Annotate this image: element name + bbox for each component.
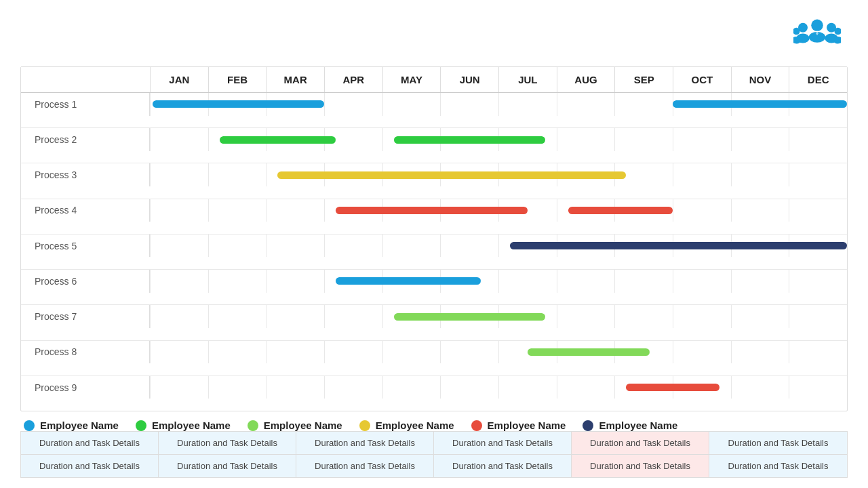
gantt-chart: JANFEBMARAPRMAYJUNJULAUGSEPOCTNOVDEC Pro… [20, 66, 848, 411]
process-label-6: Process 6 [21, 270, 150, 293]
legend-item-0: Employee Name [24, 420, 119, 431]
month-header-oct: OCT [673, 67, 731, 92]
gantt-row-content-4 [150, 199, 847, 222]
project-step-label [21, 67, 150, 92]
details-cell: Duration and Task Details [709, 455, 847, 477]
gantt-bar [394, 136, 545, 144]
details-cell: Duration and Task Details [296, 432, 434, 454]
month-header-apr: APR [324, 67, 382, 92]
details-cell: Duration and Task Details [572, 432, 709, 454]
month-header-jun: JUN [440, 67, 498, 92]
legend-dot-4 [471, 420, 482, 431]
details-section: Duration and Task DetailsDuration and Ta… [20, 431, 848, 478]
gantt-bar [394, 313, 545, 321]
gantt-row: Process 2 [21, 128, 847, 163]
gantt-row: Process 5 [21, 235, 847, 270]
page: JANFEBMARAPRMAYJUNJULAUGSEPOCTNOVDEC Pro… [0, 0, 868, 488]
legend-item-2: Employee Name [248, 420, 342, 431]
legend: Employee NameEmployee NameEmployee NameE… [20, 420, 848, 431]
month-header-may: MAY [382, 67, 441, 92]
details-cell: Duration and Task Details [709, 432, 847, 454]
gantt-bar [528, 348, 650, 356]
legend-dot-2 [248, 420, 258, 431]
bar-container-6 [150, 270, 847, 293]
bar-container-9 [150, 376, 847, 399]
process-label-8: Process 8 [21, 341, 150, 364]
gantt-row-content-7 [150, 305, 847, 328]
legend-dot-5 [583, 420, 593, 431]
legend-item-1: Employee Name [136, 420, 231, 431]
gantt-body: Process 1Process 2Process 3Process 4Proc… [21, 93, 847, 411]
details-cell: Duration and Task Details [21, 432, 159, 454]
legend-label-3: Employee Name [376, 420, 454, 431]
legend-label-4: Employee Name [488, 420, 566, 431]
bar-container-7 [150, 305, 847, 328]
gantt-row-content-3 [150, 163, 847, 186]
month-header-nov: NOV [731, 67, 789, 92]
process-label-3: Process 3 [21, 163, 150, 186]
legend-dot-0 [24, 420, 35, 431]
gantt-row: Process 6 [21, 270, 847, 305]
gantt-row: Process 4 [21, 199, 847, 235]
bar-container-3 [150, 163, 847, 186]
gantt-row: Process 7 [21, 305, 847, 340]
bar-container-2 [150, 128, 847, 151]
process-label-7: Process 7 [21, 305, 150, 328]
details-row-1: Duration and Task DetailsDuration and Ta… [20, 431, 848, 454]
gantt-row-content-1 [150, 93, 847, 116]
gantt-bar [220, 136, 336, 144]
svg-point-0 [811, 20, 823, 32]
process-label-5: Process 5 [21, 235, 150, 258]
month-header-jul: JUL [498, 67, 557, 92]
details-cell: Duration and Task Details [434, 455, 572, 477]
month-header-jan: JAN [150, 67, 208, 92]
details-row-2: Duration and Task DetailsDuration and Ta… [20, 454, 848, 478]
gantt-bar [277, 171, 626, 179]
gantt-row-content-9 [150, 376, 847, 399]
gantt-bar [626, 384, 719, 391]
gantt-bar [336, 207, 528, 214]
legend-dot-3 [359, 420, 370, 431]
legend-label-2: Employee Name [264, 420, 342, 431]
logo-icon [793, 14, 841, 54]
month-header-feb: FEB [208, 67, 267, 92]
gantt-bar [336, 277, 481, 285]
month-header-sep: SEP [614, 67, 673, 92]
header [20, 14, 848, 54]
gantt-bar [153, 100, 324, 108]
legend-item-5: Employee Name [583, 420, 677, 431]
process-label-1: Process 1 [21, 93, 150, 116]
month-header-dec: DEC [789, 67, 847, 92]
process-label-4: Process 4 [21, 199, 150, 222]
logo [793, 14, 848, 54]
details-cell: Duration and Task Details [296, 455, 434, 477]
gantt-bar [568, 207, 673, 214]
gantt-row-content-6 [150, 270, 847, 293]
gantt-row-content-8 [150, 341, 847, 364]
details-cell: Duration and Task Details [21, 455, 159, 477]
legend-label-1: Employee Name [152, 420, 231, 431]
process-label-2: Process 2 [21, 128, 150, 151]
legend-dot-1 [136, 420, 146, 431]
gantt-row: Process 9 [21, 376, 847, 411]
process-label-9: Process 9 [21, 376, 150, 399]
details-cell: Duration and Task Details [434, 432, 572, 454]
legend-label-0: Employee Name [40, 420, 119, 431]
gantt-bar [673, 100, 847, 108]
gantt-row: Process 8 [21, 341, 847, 376]
gantt-row: Process 3 [21, 163, 847, 199]
gantt-row: Process 1 [21, 93, 847, 128]
month-header-aug: AUG [557, 67, 615, 92]
details-cell: Duration and Task Details [572, 455, 709, 477]
gantt-row-content-5 [150, 235, 847, 258]
month-header-mar: MAR [266, 67, 324, 92]
bar-container-8 [150, 341, 847, 364]
legend-label-5: Employee Name [599, 420, 677, 431]
bar-container-4 [150, 199, 847, 222]
details-cell: Duration and Task Details [159, 455, 296, 477]
bar-container-1 [150, 93, 847, 116]
gantt-bar [510, 242, 847, 249]
details-cell: Duration and Task Details [159, 432, 296, 454]
legend-item-3: Employee Name [359, 420, 454, 431]
gantt-row-content-2 [150, 128, 847, 151]
